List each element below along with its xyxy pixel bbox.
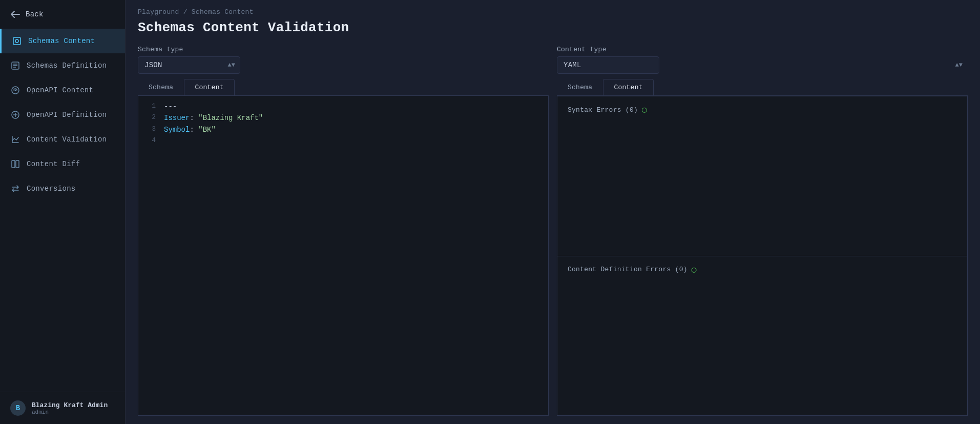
svg-rect-0 — [13, 37, 20, 45]
tab-content-left[interactable]: Content — [184, 79, 234, 95]
syntax-errors-title: Syntax Errors (0) ◯ — [568, 105, 957, 115]
schemas-content-icon — [12, 36, 22, 46]
left-panel: Schema type JSON YAML XML ▲▼ Schema Cont… — [138, 46, 549, 416]
sidebar-item-schemas-content[interactable]: Schemas Content — [0, 29, 125, 53]
content-definition-errors-title: Content Definition Errors (0) ◯ — [568, 265, 957, 275]
openapi-content-icon — [10, 85, 20, 95]
schema-type-select[interactable]: JSON YAML XML — [138, 56, 240, 74]
sidebar-item-label: OpenAPI Definition — [27, 111, 107, 119]
content-definition-errors-section: Content Definition Errors (0) ◯ — [557, 256, 968, 416]
sidebar-item-label: Content Validation — [27, 135, 107, 144]
tab-schema-right[interactable]: Schema — [557, 79, 603, 95]
breadcrumb: Playground / Schemas Content — [138, 8, 968, 16]
sidebar-item-conversions[interactable]: Conversions — [0, 176, 125, 201]
sidebar-item-schemas-definition[interactable]: Schemas Definition — [0, 53, 125, 78]
sidebar: Back Schemas Content Schemas Definition — [0, 0, 126, 424]
syntax-errors-label: Syntax Errors (0) — [568, 106, 638, 114]
content-type-label: Content type — [557, 46, 968, 53]
line-number: 4 — [138, 135, 164, 146]
sidebar-item-label: Schemas Definition — [27, 62, 107, 70]
code-line-4: 4 — [138, 135, 548, 146]
user-role: admin — [32, 409, 108, 415]
line-content: --- — [164, 101, 177, 112]
avatar: B — [10, 400, 26, 416]
sidebar-item-openapi-content[interactable]: OpenAPI Content — [0, 78, 125, 103]
user-profile: B Blazing Kraft Admin admin — [0, 392, 125, 424]
line-number: 1 — [138, 101, 164, 112]
syntax-errors-section: Syntax Errors (0) ◯ — [557, 96, 968, 256]
back-button[interactable]: Back — [0, 0, 125, 29]
back-label: Back — [26, 10, 44, 18]
right-panel: Content type YAML JSON XML ▲▼ Schema Con… — [557, 46, 968, 416]
page-title: Schemas Content Validation — [138, 20, 968, 35]
content-type-select[interactable]: YAML JSON XML — [557, 56, 659, 74]
code-line-1: 1 --- — [138, 101, 548, 112]
chevron-down-icon: ▲▼ — [955, 62, 963, 69]
right-panel-tabs: Schema Content — [557, 79, 968, 96]
svg-rect-11 — [12, 160, 15, 168]
sidebar-item-label: Conversions — [27, 185, 76, 193]
panels-row: Schema type JSON YAML XML ▲▼ Schema Cont… — [138, 46, 968, 416]
user-name: Blazing Kraft Admin — [32, 401, 108, 409]
tab-schema-left[interactable]: Schema — [138, 79, 184, 95]
sidebar-item-label: Content Diff — [27, 160, 80, 168]
openapi-definition-icon — [10, 110, 20, 120]
line-number: 2 — [138, 112, 164, 123]
svg-point-1 — [15, 39, 18, 43]
schemas-definition-icon — [10, 60, 20, 71]
content-type-select-wrapper: YAML JSON XML ▲▼ — [557, 56, 968, 74]
tab-content-right[interactable]: Content — [603, 79, 653, 95]
content-validation-icon — [10, 134, 20, 145]
code-line-3: 3 Symbol: "BK" — [138, 124, 548, 135]
content-definition-errors-label: Content Definition Errors (0) — [568, 266, 687, 273]
code-editor[interactable]: 1 --- 2 Issuer: "Blazing Kraft" 3 Symbol… — [138, 96, 549, 416]
left-panel-tabs: Schema Content — [138, 79, 549, 96]
back-arrow-icon — [10, 9, 20, 19]
content-type-field: Content type YAML JSON XML ▲▼ — [557, 46, 968, 74]
svg-point-7 — [15, 90, 16, 91]
content-diff-icon — [10, 159, 20, 169]
conversions-icon — [10, 184, 20, 194]
sidebar-item-openapi-definition[interactable]: OpenAPI Definition — [0, 103, 125, 127]
sidebar-item-label: OpenAPI Content — [27, 86, 93, 94]
schema-type-label: Schema type — [138, 46, 549, 53]
sidebar-item-content-validation[interactable]: Content Validation — [0, 127, 125, 152]
code-line-2: 2 Issuer: "Blazing Kraft" — [138, 112, 548, 124]
sidebar-item-label: Schemas Content — [28, 37, 95, 45]
user-info: Blazing Kraft Admin admin — [32, 401, 108, 415]
schema-type-field: Schema type JSON YAML XML ▲▼ — [138, 46, 549, 74]
svg-rect-12 — [16, 160, 19, 168]
schema-type-select-wrapper: JSON YAML XML ▲▼ — [138, 56, 240, 74]
check-circle-icon-2: ◯ — [692, 265, 697, 275]
error-sections: Syntax Errors (0) ◯ Content Definition E… — [557, 96, 968, 416]
line-content: Symbol: "BK" — [164, 124, 216, 135]
check-circle-icon: ◯ — [642, 105, 647, 115]
line-content: Issuer: "Blazing Kraft" — [164, 112, 263, 124]
main-content: Playground / Schemas Content Schemas Con… — [126, 0, 980, 424]
line-number: 3 — [138, 124, 164, 135]
sidebar-item-content-diff[interactable]: Content Diff — [0, 152, 125, 176]
